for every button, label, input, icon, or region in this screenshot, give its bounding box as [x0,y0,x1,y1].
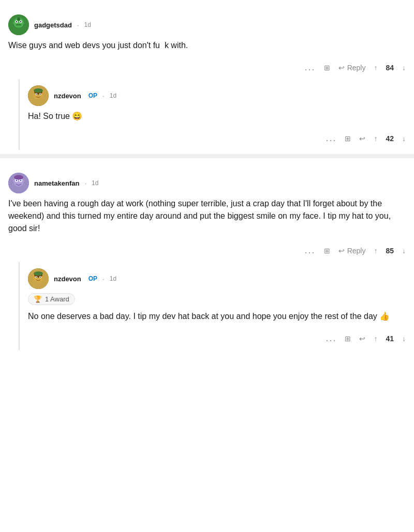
svg-point-16 [34,88,43,93]
upvote-button-nzdevon-1[interactable]: ↑ [374,134,377,143]
reply-label-nametakenfan: Reply [347,247,366,255]
crosspost-button-gadgetsdad[interactable]: ⊞ [324,64,330,72]
svg-rect-6 [16,24,21,25]
username-nzdevon-1: nzdevon [54,92,81,100]
comment-body-nametakenfan: I've been having a rough day at work (no… [8,197,406,235]
comment-block-gadgetsdad: gadgetsdad · 1d Wise guys and web devs y… [0,0,414,158]
reply-button-gadgetsdad[interactable]: ↩ Reply [338,64,366,72]
svg-point-30 [40,277,41,278]
comment-header-nametakenfan: nametakenfan · 1d [8,173,406,193]
dots-button-nametakenfan[interactable]: ... [305,245,316,256]
comment-actions-gadgetsdad: ... ⊞ ↩ Reply ↑ 84 ↓ [8,58,406,79]
upvote-icon-gadgetsdad: ↑ [374,64,377,72]
vote-count-nametakenfan: 85 [386,247,394,255]
dots-button-gadgetsdad[interactable]: ... [305,62,316,73]
comment-nametakenfan: nametakenfan · 1d I've been having a rou… [8,166,406,262]
username-nametakenfan: nametakenfan [34,179,79,187]
reply-icon-4: ↩ [359,335,365,343]
comment-actions-nzdevon-1: ... ⊞ ↩ ↑ 42 ↓ [28,129,406,150]
username-gadgetsdad: gadgetsdad [34,21,72,29]
dot-sep-1: · [77,21,79,29]
vote-count-nzdevon-1: 42 [386,134,394,143]
svg-point-15 [40,94,41,95]
svg-point-4 [16,21,17,22]
avatar-nametakenfan [8,173,29,193]
reply-button-nzdevon-1[interactable]: ↩ [359,134,365,143]
reply-indent-1: nzdevon OP · 1d Ha! So true 😄 ... ⊞ ↩ ↑ [19,79,406,150]
comment-nzdevon-2: nzdevon OP · 1d 🏆 1 Award No one deserve… [28,262,406,350]
svg-point-29 [36,277,37,278]
dots-button-nzdevon-1[interactable]: ... [326,133,336,144]
time-gadgetsdad: 1d [84,21,91,28]
comment-header-gadgetsdad: gadgetsdad · 1d [8,14,406,35]
svg-point-23 [14,175,23,180]
crosspost-icon-4: ⊞ [345,335,351,343]
time-nametakenfan: 1d [92,179,98,187]
comment-header-nzdevon-2: nzdevon OP · 1d [28,268,406,289]
comment-header-nzdevon-1: nzdevon OP · 1d [28,85,406,106]
svg-point-21 [16,180,18,181]
comment-body-gadgetsdad: Wise guys and web devs you just don't fu… [8,39,406,52]
comment-body-nzdevon-2: No one deserves a bad day. I tip my dev … [28,310,406,323]
crosspost-button-nzdevon-2[interactable]: ⊞ [345,335,351,343]
downvote-icon-gadgetsdad: ↓ [402,64,406,72]
crosspost-button-nzdevon-1[interactable]: ⊞ [345,134,351,143]
reply-icon: ↩ [338,64,345,72]
award-icon: 🏆 [34,295,42,303]
comment-block-nametakenfan: nametakenfan · 1d I've been having a rou… [0,158,414,350]
upvote-button-gadgetsdad[interactable]: ↑ [374,64,377,72]
upvote-button-nametakenfan[interactable]: ↑ [374,247,377,255]
reply-label-gadgetsdad: Reply [347,64,366,72]
op-badge-nzdevon-2: OP [88,275,97,282]
comment-nzdevon-1: nzdevon OP · 1d Ha! So true 😄 ... ⊞ ↩ ↑ [28,79,406,150]
crosspost-icon: ⊞ [324,64,330,72]
svg-rect-8 [18,17,19,20]
downvote-button-nzdevon-2[interactable]: ↓ [402,335,406,343]
upvote-icon-nzdevon-2: ↑ [374,335,377,343]
op-badge-nzdevon-1: OP [88,92,97,99]
svg-point-31 [34,271,43,276]
username-nzdevon-2: nzdevon [54,275,81,283]
comment-body-nzdevon-1: Ha! So true 😄 [28,110,406,123]
comment-actions-nametakenfan: ... ⊞ ↩ Reply ↑ 85 ↓ [8,241,406,262]
vote-count-gadgetsdad: 84 [386,64,394,72]
comment-gadgetsdad: gadgetsdad · 1d Wise guys and web devs y… [8,8,406,79]
upvote-icon-nametakenfan: ↑ [374,247,377,255]
svg-point-5 [20,21,21,22]
svg-point-22 [20,180,22,181]
downvote-icon-nzdevon-2: ↓ [402,335,406,343]
avatar-nzdevon-1 [28,85,49,106]
downvote-button-nzdevon-1[interactable]: ↓ [402,134,406,143]
reply-button-nzdevon-2[interactable]: ↩ [359,335,365,343]
award-label: 1 Award [45,295,69,303]
svg-point-14 [36,94,37,95]
downvote-icon-nametakenfan: ↓ [402,247,406,255]
downvote-icon-nzdevon-1: ↓ [402,134,406,143]
comment-actions-nzdevon-2: ... ⊞ ↩ ↑ 41 ↓ [28,329,406,350]
dots-button-nzdevon-2[interactable]: ... [326,333,336,344]
avatar-nzdevon-2 [28,268,49,289]
reply-icon-2: ↩ [359,134,365,143]
reply-button-nametakenfan[interactable]: ↩ Reply [338,247,366,255]
downvote-button-gadgetsdad[interactable]: ↓ [402,64,406,72]
downvote-button-nametakenfan[interactable]: ↓ [402,247,406,255]
upvote-button-nzdevon-2[interactable]: ↑ [374,335,377,343]
award-badge: 🏆 1 Award [28,293,75,305]
time-nzdevon-1: 1d [110,92,116,99]
upvote-icon-nzdevon-1: ↑ [374,134,377,143]
crosspost-icon-3: ⊞ [324,247,330,255]
time-nzdevon-2: 1d [110,275,116,282]
reply-icon-3: ↩ [338,247,345,255]
reply-indent-2: nzdevon OP · 1d 🏆 1 Award No one deserve… [19,262,406,350]
crosspost-button-nametakenfan[interactable]: ⊞ [324,247,330,255]
crosspost-icon-2: ⊞ [345,134,351,143]
comment-section: gadgetsdad · 1d Wise guys and web devs y… [0,0,414,350]
avatar-gadgetsdad [8,14,29,35]
vote-count-nzdevon-2: 41 [386,335,394,343]
